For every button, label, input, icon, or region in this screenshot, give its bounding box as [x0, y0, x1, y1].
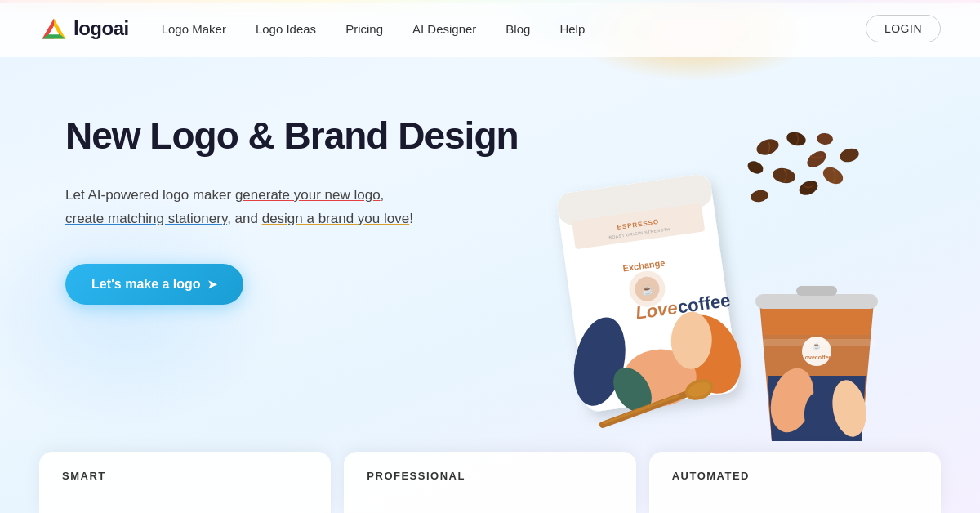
svg-rect-35 — [758, 339, 875, 346]
subtitle-prefix: Let AI-powered logo maker — [65, 187, 235, 203]
hero-section: New Logo & Brand Design Let AI-powered l… — [0, 57, 980, 513]
subtitle-mid: , — [381, 187, 385, 203]
hero-right: ESPRESSO ROAST ORIGIN STRENGTH Exchange … — [523, 98, 915, 474]
hero-subtitle: Let AI-powered logo maker generate your … — [65, 184, 474, 231]
nav-right: LOGIN — [866, 15, 941, 42]
nav-ai-designer[interactable]: AI Designer — [412, 22, 476, 36]
svg-point-17 — [755, 136, 781, 158]
svg-point-19 — [804, 148, 829, 171]
svg-point-22 — [820, 164, 846, 188]
nav-blog[interactable]: Blog — [506, 22, 530, 36]
svg-point-23 — [750, 189, 769, 203]
bottom-card-smart: SMART — [39, 452, 331, 513]
svg-text:Lovecoffee: Lovecoffee — [802, 355, 832, 360]
link-matching-stationery[interactable]: create matching stationery — [65, 211, 227, 226]
nav-help[interactable]: Help — [559, 22, 585, 36]
hero-title: New Logo & Brand Design — [65, 114, 523, 158]
product-illustrations: ESPRESSO ROAST ORIGIN STRENGTH Exchange … — [506, 98, 931, 513]
svg-rect-31 — [796, 286, 837, 296]
login-button[interactable]: LOGIN — [866, 15, 941, 42]
product-svg: ESPRESSO ROAST ORIGIN STRENGTH Exchange … — [506, 98, 931, 513]
link-generate-logo[interactable]: generate your new logo — [235, 187, 381, 203]
navbar: logoai Logo Maker Logo Ideas Pricing AI … — [0, 0, 980, 57]
nav-links: Logo Maker Logo Ideas Pricing AI Designe… — [162, 22, 866, 36]
svg-point-25 — [838, 146, 860, 164]
card-professional-label: PROFESSIONAL — [367, 470, 466, 482]
svg-text:☕: ☕ — [640, 283, 654, 297]
nav-pricing[interactable]: Pricing — [345, 22, 383, 36]
bottom-cards: SMART PROFESSIONAL AUTOMATED — [0, 452, 980, 513]
logo-link[interactable]: logoai — [39, 14, 129, 43]
svg-rect-30 — [755, 294, 878, 309]
link-brand-you-love[interactable]: design a brand you love — [262, 211, 410, 226]
coffee-bag-group: ESPRESSO ROAST ORIGIN STRENGTH Exchange … — [538, 171, 755, 428]
nav-logo-maker[interactable]: Logo Maker — [162, 22, 226, 36]
cta-label: Let's make a logo — [91, 277, 201, 292]
bottom-card-automated: AUTOMATED — [649, 452, 941, 513]
logo-text: logoai — [74, 17, 129, 40]
svg-point-24 — [816, 132, 833, 145]
nav-logo-ideas[interactable]: Logo Ideas — [256, 22, 316, 36]
bottom-card-professional: PROFESSIONAL — [344, 452, 635, 513]
card-smart-label: SMART — [62, 470, 106, 482]
cta-arrow-icon: ➤ — [207, 278, 217, 291]
card-automated-label: AUTOMATED — [672, 470, 750, 482]
hero-left: New Logo & Brand Design Let AI-powered l… — [65, 98, 523, 305]
subtitle-suffix: ! — [409, 211, 413, 226]
svg-point-26 — [746, 158, 765, 176]
svg-point-18 — [785, 130, 807, 148]
subtitle-mid2: , and — [227, 211, 262, 226]
logo-icon — [39, 14, 69, 43]
cta-button[interactable]: Let's make a logo ➤ — [65, 264, 243, 305]
